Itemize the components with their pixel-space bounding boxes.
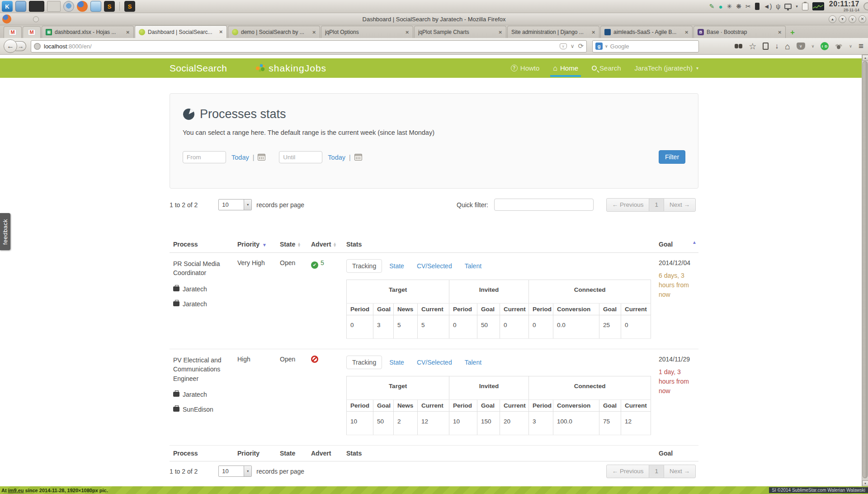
nav-item-home[interactable]: ⌂ Home [553, 58, 578, 78]
usb-icon[interactable]: ψ [776, 3, 780, 10]
until-calendar-icon[interactable] [354, 154, 362, 161]
stats-tab-state[interactable]: State [384, 260, 410, 272]
from-today-link[interactable]: Today [231, 154, 249, 161]
next-page-button[interactable]: Next → [664, 465, 696, 478]
tab-dashboard-xlsx[interactable]: ⊞ dashboard.xlsx - Hojas ... ✕ [42, 26, 134, 38]
sublime-text-icon[interactable]: S [104, 1, 115, 12]
reload-icon[interactable]: ⟳ [578, 42, 584, 50]
phone-icon[interactable] [755, 3, 760, 10]
stats-tab-tracking[interactable]: Tracking [346, 259, 382, 273]
clipboard-icon[interactable] [802, 3, 808, 10]
tab-close-icon[interactable]: ✕ [592, 30, 595, 35]
bookmark-star-icon[interactable]: ☆ [749, 42, 756, 51]
pocket-caret-icon[interactable]: ∨ [811, 44, 815, 48]
page-size-select[interactable]: 10 ▾ [218, 466, 252, 477]
sublime-text-icon-2[interactable]: S [124, 1, 135, 12]
shakingjobs-logo[interactable]: shakingJobs [255, 62, 326, 74]
system-monitor-icon[interactable] [812, 2, 824, 10]
chromium-icon[interactable] [63, 1, 74, 12]
window-shade-button[interactable]: ▴ [829, 15, 836, 23]
im9-link[interactable]: im9.eu [8, 488, 24, 493]
nav-item-search[interactable]: Search [592, 58, 621, 78]
new-tab-button[interactable]: + [787, 27, 798, 38]
col-header-priority[interactable]: Priority▼ [234, 237, 276, 253]
find-binoculars-icon[interactable] [735, 44, 742, 48]
home-icon[interactable]: ⌂ [785, 42, 790, 51]
stats-tab-talent[interactable]: Talent [459, 260, 487, 272]
filter-button[interactable]: Filter [659, 150, 685, 164]
tab-close-icon[interactable]: ✕ [126, 30, 130, 35]
tab-bootstrap[interactable]: B Base · Bootstrap ✕ [693, 26, 786, 38]
feedback-tab[interactable]: feedback [0, 213, 10, 250]
fly-extension-icon[interactable] [835, 43, 843, 49]
stats-tab-talent[interactable]: Talent [459, 356, 487, 369]
back-button[interactable]: ← [4, 39, 17, 53]
tab-demo-socialsearch[interactable]: demo | SocialSearch by ... ✕ [228, 26, 320, 38]
page-number-button[interactable]: 1 [649, 198, 664, 212]
window-close-button[interactable]: ✕ [859, 15, 866, 23]
scissors-icon[interactable]: ✂ [745, 3, 751, 10]
package-manager-icon[interactable] [90, 1, 101, 12]
volume-icon[interactable]: ◄) [764, 3, 772, 10]
menu-hamburger-icon[interactable]: ≡ [859, 41, 863, 51]
quick-filter-input[interactable] [494, 199, 594, 211]
stats-tab-state[interactable]: State [384, 356, 410, 369]
from-date-input[interactable] [183, 151, 226, 163]
previous-page-button[interactable]: ← Previous [606, 198, 650, 212]
nav-item-user-menu[interactable]: JaraTech (jaratech) ▾ [635, 58, 698, 78]
until-today-link[interactable]: Today [328, 154, 345, 161]
tab-close-icon[interactable]: ✕ [778, 30, 782, 35]
search-bar[interactable]: g ∨ Google [592, 40, 699, 52]
tab-close-icon[interactable]: ✕ [685, 30, 689, 35]
from-calendar-icon[interactable] [258, 154, 265, 161]
tray-caret-icon[interactable]: ▾ [796, 5, 798, 9]
stats-tab-cvselected[interactable]: CV/Selected [411, 356, 458, 369]
tab-close-icon[interactable]: ✕ [406, 30, 409, 35]
window-minimize-button[interactable]: ▾ [839, 15, 846, 23]
kde-menu-icon[interactable]: K [2, 1, 13, 12]
stats-tab-tracking[interactable]: Tracking [346, 356, 382, 369]
url-bar[interactable]: localhost:8000/en/ ∨ ∨ ⟳ [31, 40, 587, 52]
tab-close-icon[interactable]: ✕ [219, 29, 223, 34]
tab-jqplot-samples[interactable]: jqPlot Sample Charts ✕ [414, 26, 506, 38]
nav-item-howto[interactable]: ? Howto [511, 58, 540, 78]
tab-aimleads[interactable]: aimleads-SaaS - Agile B... ✕ [600, 26, 693, 38]
tab-jqplot-options[interactable]: jqPlot Options ✕ [321, 26, 413, 38]
snowflake-icon[interactable]: ✳ [727, 3, 732, 10]
col-header-state[interactable]: State▴▾ [276, 237, 307, 253]
reading-list-icon[interactable] [763, 43, 769, 50]
process-name[interactable]: PV Electrical and Communications Enginee… [173, 356, 230, 383]
url-text[interactable]: localhost:8000/en/ [44, 43, 560, 50]
knot-icon[interactable]: ❋ [736, 3, 741, 10]
next-page-button[interactable]: Next → [664, 198, 696, 212]
page-scrollbar[interactable]: ▴ ▾ [862, 55, 868, 486]
status-dot-icon[interactable]: ● [719, 3, 723, 10]
scroll-down-icon[interactable]: ▾ [862, 480, 868, 486]
extension-caret-icon[interactable]: ∨ [849, 44, 852, 48]
tab-close-icon[interactable]: ✕ [312, 30, 316, 35]
pocket-icon[interactable]: ∨ [560, 43, 567, 49]
engine-caret-icon[interactable]: ∨ [605, 44, 608, 48]
col-header-advert[interactable]: Advert▴▾ [307, 237, 343, 253]
terminal-window-icon[interactable] [29, 1, 44, 12]
clock[interactable]: 20:11:17 28-11-14 [829, 0, 859, 12]
previous-page-button[interactable]: ← Previous [606, 465, 650, 478]
col-header-goal[interactable]: Goal▲ [655, 237, 698, 253]
window-task-icon[interactable] [47, 1, 61, 12]
firefox-icon[interactable] [77, 1, 88, 12]
brand-socialsearch[interactable]: SocialSearch [170, 63, 227, 74]
tab-close-icon[interactable]: ✕ [499, 30, 502, 35]
url-dropdown-icon[interactable]: ∨ [571, 43, 575, 49]
tab-groups-icon[interactable] [33, 16, 39, 22]
file-manager-icon[interactable] [15, 1, 26, 12]
google-engine-icon[interactable]: g [595, 43, 603, 50]
page-size-select[interactable]: 10 ▾ [218, 199, 252, 210]
page-number-button[interactable]: 1 [649, 465, 664, 478]
color-picker-icon[interactable]: ✎ [709, 3, 715, 10]
green-extension-icon[interactable]: I D [821, 42, 829, 50]
until-date-input[interactable] [279, 151, 322, 163]
tab-dashboard-socialsearch[interactable]: Dashboard | SocialSearc... ✕ [135, 25, 227, 38]
pinned-tab-gmail-2[interactable]: M [23, 26, 41, 38]
downloads-icon[interactable]: ↓ [775, 43, 778, 50]
scroll-up-icon[interactable]: ▴ [862, 55, 868, 61]
